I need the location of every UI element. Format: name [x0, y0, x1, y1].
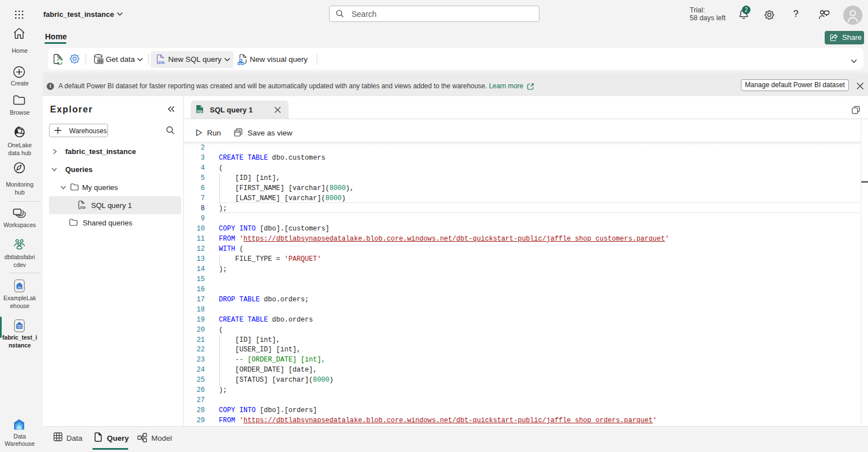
svg-text:SQL: SQL [197, 110, 204, 113]
svg-text:SQL: SQL [80, 206, 86, 209]
svg-text:SQL: SQL [159, 61, 165, 64]
